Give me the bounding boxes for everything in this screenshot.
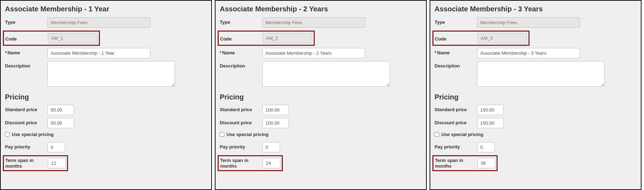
- type-field: [262, 17, 365, 28]
- use-special-pricing-row[interactable]: Use special pricing: [220, 132, 422, 137]
- term-span-row-highlight: Term span in months: [432, 155, 498, 171]
- pay-priority-label: Pay priority: [5, 142, 47, 150]
- membership-panel-3yr: Associate Membership - 3 Years Type Code…: [430, 0, 642, 190]
- term-span-field[interactable]: [263, 158, 280, 168]
- standard-price-row: Standard price: [435, 105, 637, 115]
- description-label: Description: [435, 61, 477, 69]
- use-special-pricing-label: Use special pricing: [226, 132, 269, 137]
- type-field: [47, 17, 150, 28]
- panel-title: Associate Membership - 3 Years: [435, 5, 637, 13]
- standard-price-label: Standard price: [435, 105, 477, 112]
- term-span-field[interactable]: [48, 158, 66, 168]
- use-special-pricing-checkbox[interactable]: [220, 132, 224, 137]
- pay-priority-field[interactable]: [47, 142, 65, 152]
- code-label: Code: [435, 35, 477, 42]
- code-row-highlight: Code: [432, 31, 530, 46]
- term-span-label: Term span in months: [220, 158, 263, 169]
- pay-priority-field[interactable]: [477, 142, 495, 152]
- term-span-label: Term span in months: [435, 158, 477, 169]
- use-special-pricing-label: Use special pricing: [12, 132, 54, 137]
- name-row: *Name: [5, 48, 207, 58]
- type-label: Type: [435, 17, 477, 25]
- type-row: Type: [435, 17, 637, 28]
- discount-price-field[interactable]: [477, 118, 504, 128]
- standard-price-field[interactable]: [47, 105, 74, 115]
- pricing-heading: Pricing: [435, 93, 637, 101]
- type-row: Type: [5, 17, 207, 28]
- name-row: *Name: [220, 48, 422, 58]
- name-field[interactable]: [262, 48, 365, 58]
- name-field[interactable]: [477, 48, 580, 58]
- membership-panel-2yr: Associate Membership - 2 Years Type Code…: [215, 0, 427, 190]
- name-label: *Name: [220, 48, 262, 55]
- standard-price-row: Standard price: [220, 105, 422, 115]
- description-row: Description: [5, 61, 207, 87]
- name-label-text: Name: [7, 50, 20, 55]
- use-special-pricing-row[interactable]: Use special pricing: [5, 132, 207, 137]
- pay-priority-row: Pay priority: [220, 142, 422, 152]
- pay-priority-row: Pay priority: [5, 142, 207, 152]
- pay-priority-field[interactable]: [262, 142, 280, 152]
- pricing-heading: Pricing: [220, 93, 422, 101]
- pricing-heading: Pricing: [5, 93, 207, 101]
- discount-price-label: Discount price: [5, 118, 47, 125]
- name-label-text: Name: [437, 50, 449, 55]
- panel-title: Associate Membership - 2 Years: [220, 5, 422, 13]
- membership-panel-1yr: Associate Membership - 1 Year Type Code …: [0, 0, 212, 190]
- name-label: *Name: [435, 48, 477, 55]
- standard-price-row: Standard price: [5, 105, 207, 115]
- code-field[interactable]: [263, 33, 312, 43]
- name-row: *Name: [435, 48, 637, 58]
- discount-price-label: Discount price: [220, 118, 262, 125]
- standard-price-label: Standard price: [220, 105, 262, 112]
- type-label: Type: [220, 17, 262, 25]
- type-field: [477, 17, 580, 28]
- code-field[interactable]: [48, 33, 97, 43]
- description-field[interactable]: [262, 61, 390, 87]
- discount-price-field[interactable]: [262, 118, 289, 128]
- discount-price-label: Discount price: [435, 118, 477, 125]
- use-special-pricing-checkbox[interactable]: [5, 132, 10, 137]
- use-special-pricing-label: Use special pricing: [441, 132, 483, 137]
- pay-priority-label: Pay priority: [435, 142, 477, 150]
- standard-price-label: Standard price: [5, 105, 47, 112]
- code-label: Code: [220, 35, 263, 42]
- name-field[interactable]: [47, 48, 150, 58]
- description-row: Description: [220, 61, 422, 87]
- term-span-row-highlight: Term span in months: [3, 155, 68, 171]
- term-span-field[interactable]: [477, 158, 495, 168]
- discount-price-row: Discount price: [435, 118, 637, 128]
- pay-priority-label: Pay priority: [220, 142, 262, 150]
- panel-title: Associate Membership - 1 Year: [5, 5, 207, 13]
- use-special-pricing-row[interactable]: Use special pricing: [435, 132, 637, 137]
- code-field[interactable]: [477, 33, 527, 43]
- pay-priority-row: Pay priority: [435, 142, 637, 152]
- discount-price-row: Discount price: [5, 118, 207, 128]
- type-label: Type: [5, 17, 47, 25]
- standard-price-field[interactable]: [262, 105, 289, 115]
- discount-price-field[interactable]: [47, 118, 74, 128]
- code-row-highlight: Code: [3, 31, 100, 46]
- description-row: Description: [435, 61, 637, 87]
- standard-price-field[interactable]: [477, 105, 504, 115]
- description-field[interactable]: [47, 61, 175, 87]
- code-label: Code: [5, 35, 48, 42]
- description-field[interactable]: [477, 61, 605, 87]
- term-span-label: Term span in months: [5, 158, 48, 169]
- code-row-highlight: Code: [218, 31, 315, 46]
- discount-price-row: Discount price: [220, 118, 422, 128]
- type-row: Type: [220, 17, 422, 28]
- description-label: Description: [220, 61, 262, 69]
- name-label: *Name: [5, 48, 47, 55]
- use-special-pricing-checkbox[interactable]: [435, 132, 439, 137]
- term-span-row-highlight: Term span in months: [218, 155, 283, 171]
- name-label-text: Name: [222, 50, 235, 55]
- description-label: Description: [5, 61, 47, 69]
